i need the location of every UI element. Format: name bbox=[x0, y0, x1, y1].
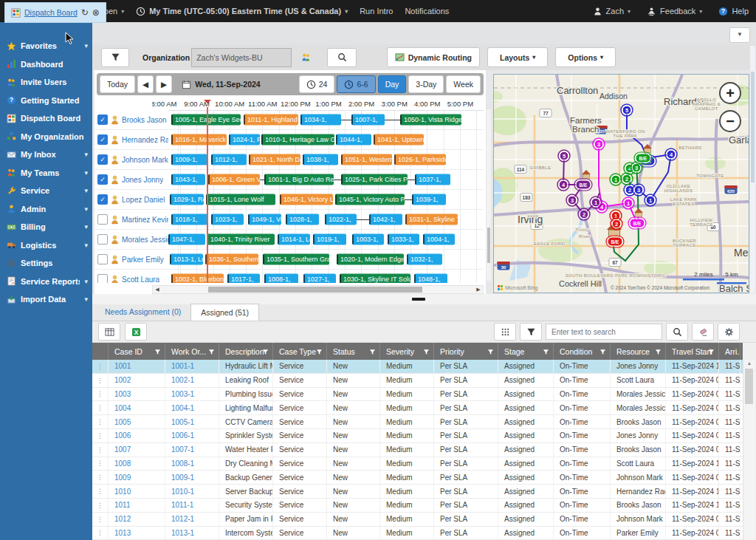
appointment-bar[interactable]: 1004-1, bbox=[423, 234, 455, 245]
table-row[interactable]: ⋮10121012-1Paper Jam in Print...ServiceN… bbox=[92, 513, 743, 527]
column-filter-icon[interactable] bbox=[708, 348, 715, 357]
appointment-bar[interactable]: 1033-1, bbox=[388, 234, 419, 245]
row-handle[interactable]: ⋮ bbox=[92, 374, 109, 387]
appointment-bar[interactable]: 1012-1, bbox=[211, 154, 247, 165]
resource-checkbox[interactable]: ✓ bbox=[97, 194, 108, 205]
cell-case-id[interactable]: 1013 bbox=[109, 527, 165, 540]
cell-case-id[interactable]: 1012 bbox=[109, 513, 165, 526]
grid-search-input[interactable] bbox=[546, 324, 662, 340]
resource-checkbox[interactable]: ✓ bbox=[97, 174, 108, 185]
appointment-bar[interactable]: 1043-1, bbox=[171, 174, 205, 185]
resource-checkbox[interactable]: ✓ bbox=[97, 115, 108, 125]
column-chooser-button[interactable] bbox=[98, 323, 120, 341]
sidebar-item-import-data[interactable]: Import Data▾ bbox=[0, 290, 92, 309]
table-row[interactable]: ⋮10011001-1Hydraulic Lift Mal...ServiceN… bbox=[92, 360, 743, 374]
column-header-stage[interactable]: Stage bbox=[498, 343, 554, 360]
cell-work-or[interactable]: 1003-1 bbox=[165, 388, 219, 401]
cell-work-or[interactable]: 1004-1 bbox=[165, 401, 219, 414]
cell-case-id[interactable]: 1001 bbox=[109, 360, 165, 373]
tab-needs-assignment-0[interactable]: Needs Assignment (0) bbox=[95, 304, 190, 321]
appointment-bar[interactable]: 1031-1, Skyline Tax bbox=[405, 214, 458, 225]
column-header-priority[interactable]: Priority bbox=[434, 343, 498, 360]
appointment-bar[interactable]: 1028-1, bbox=[286, 214, 319, 225]
resource-name[interactable]: Lopez Daniel bbox=[122, 196, 165, 204]
cell-work-or[interactable]: 1007-1 bbox=[165, 443, 219, 457]
sidebar-item-dispatch-board[interactable]: Dispatch Board bbox=[0, 109, 92, 128]
sidebar-item-invite-users[interactable]: Invite Users bbox=[0, 73, 92, 92]
cell-case-id[interactable]: 1007 bbox=[109, 443, 165, 457]
route-stop-marker[interactable]: 1 bbox=[590, 196, 602, 208]
scrollbar-thumb[interactable] bbox=[751, 72, 755, 182]
appointment-bar[interactable]: 1013-1, Lone bbox=[170, 254, 203, 265]
column-filter-icon[interactable] bbox=[154, 348, 161, 357]
appointment-bar[interactable]: 1041-1, Uptown bbox=[374, 134, 424, 146]
sidebar-item-favorites[interactable]: Favorites▾ bbox=[0, 37, 92, 55]
cell-work-or[interactable]: 1009-1 bbox=[165, 471, 219, 484]
appointment-bar[interactable]: 1017-1, bbox=[227, 274, 260, 284]
appointment-bar[interactable]: 1008-1, bbox=[264, 274, 298, 284]
appointment-bar[interactable]: 1044-1, bbox=[336, 134, 371, 146]
week-view-button[interactable]: Week bbox=[446, 75, 481, 93]
appointment-bar[interactable]: 1015-1, Lone Wolf bbox=[206, 194, 275, 205]
sidebar-item-my-organization[interactable]: My Organization bbox=[0, 128, 92, 146]
scroll-left-arrow[interactable]: ◀ bbox=[153, 286, 162, 293]
cell-case-id[interactable]: 1011 bbox=[109, 499, 165, 512]
page-scrollbar[interactable] bbox=[750, 46, 755, 293]
appointment-bar[interactable]: 1035-1, Southern Grace bbox=[263, 254, 329, 265]
sidebar-item-dashboard[interactable]: Dashboard bbox=[0, 55, 92, 74]
sidebar-item-admin[interactable]: Admin▾ bbox=[0, 200, 92, 219]
row-handle[interactable]: ⋮ bbox=[92, 415, 109, 428]
resource-name[interactable]: Martinez Kevin bbox=[122, 216, 168, 224]
resource-checkbox[interactable] bbox=[97, 234, 108, 245]
row-handle[interactable]: ⋮ bbox=[92, 527, 109, 540]
help-link[interactable]: ?Help bbox=[718, 7, 749, 16]
cell-case-id[interactable]: 1005 bbox=[109, 415, 165, 428]
appointment-bar[interactable]: 1025-1, Park Cities Pet Care, bbox=[341, 174, 408, 185]
resource-checkbox[interactable] bbox=[97, 274, 108, 283]
sidebar-item-my-inbox[interactable]: My Inbox▾ bbox=[0, 146, 92, 164]
cell-case-id[interactable]: 1004 bbox=[109, 401, 165, 414]
tab-assigned-51[interactable]: Assigned (51) bbox=[190, 304, 259, 321]
column-filter-icon[interactable] bbox=[369, 348, 376, 357]
resource-name[interactable]: Hernandez Rachel bbox=[122, 136, 168, 144]
table-row[interactable]: ⋮10111011-1Security System F...ServiceNe… bbox=[92, 499, 743, 513]
scrollbar-thumb[interactable] bbox=[208, 287, 422, 293]
route-stop-marker[interactable]: 5 bbox=[621, 104, 633, 116]
cell-work-or[interactable]: 1013-1 bbox=[165, 527, 219, 540]
cell-work-or[interactable]: 1002-1 bbox=[165, 374, 219, 387]
organization-input[interactable] bbox=[191, 48, 292, 67]
table-row[interactable]: ⋮10081008-1Dry Cleaning Mac...ServiceNew… bbox=[92, 457, 743, 471]
table-row[interactable]: ⋮10101010-1Server Backup Fail...ServiceN… bbox=[92, 485, 743, 499]
appointment-bar[interactable]: 1039-1, bbox=[412, 194, 446, 205]
cell-work-or[interactable]: 1005-1 bbox=[165, 415, 219, 428]
resource-name[interactable]: Morales Jessica bbox=[122, 236, 168, 244]
column-filter-icon[interactable] bbox=[423, 348, 430, 357]
search-button[interactable] bbox=[327, 48, 357, 67]
appointment-bar[interactable]: 1006-1, Green Valley bbox=[208, 174, 260, 185]
grid-vertical-scrollbar[interactable]: ▲ bbox=[743, 360, 755, 540]
close-icon[interactable]: ⊗ bbox=[92, 7, 100, 18]
three-day-view-button[interactable]: 3-Day bbox=[408, 75, 444, 93]
cell-case-id[interactable]: 1003 bbox=[109, 388, 165, 401]
row-handle[interactable]: ⋮ bbox=[92, 360, 109, 373]
row-handle[interactable]: ⋮ bbox=[92, 388, 109, 401]
column-filter-icon[interactable] bbox=[262, 348, 269, 357]
appointment-bar[interactable]: 1022-1, bbox=[325, 214, 357, 225]
notifications-link[interactable]: Notifications bbox=[405, 7, 449, 16]
user-menu[interactable]: Zach▾ bbox=[593, 7, 630, 16]
appointment-bar[interactable]: 1034-1, bbox=[300, 115, 341, 126]
column-filter-icon[interactable] bbox=[208, 348, 215, 357]
resource-checkbox[interactable] bbox=[97, 254, 108, 264]
row-handle[interactable]: ⋮ bbox=[92, 457, 109, 471]
grid-filter-button[interactable] bbox=[520, 323, 542, 341]
column-header-case-type[interactable]: Case Type bbox=[273, 343, 327, 360]
appointment-bar[interactable]: 1049-1, Vista bbox=[248, 214, 281, 225]
column-header-status[interactable]: Status bbox=[327, 343, 380, 360]
table-row[interactable]: ⋮10031003-1Plumbing IssueServiceNewMediu… bbox=[92, 388, 743, 402]
hours-24-button[interactable]: 24 bbox=[299, 75, 335, 93]
appointment-bar[interactable]: 1037-1, bbox=[415, 174, 450, 185]
hours-6-6-button[interactable]: 6-6 bbox=[337, 75, 375, 93]
appointment-bar[interactable]: 1009-1, bbox=[171, 154, 207, 165]
route-stop-marker[interactable]: 2 bbox=[578, 208, 590, 220]
appointment-bar[interactable]: 1019-1, bbox=[313, 234, 346, 245]
